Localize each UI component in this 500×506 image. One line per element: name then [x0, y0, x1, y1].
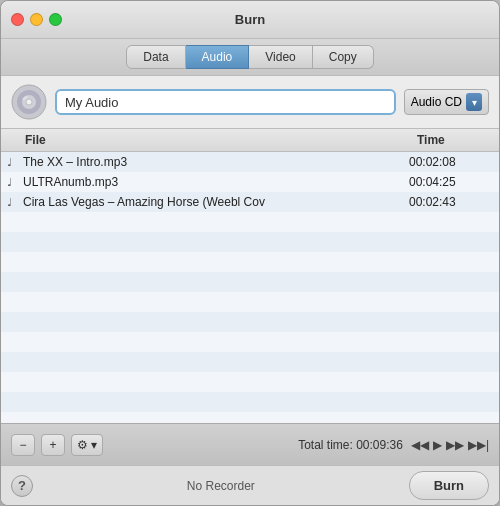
play-button[interactable]: ▶ [433, 438, 442, 452]
fast-forward-button[interactable]: ▶▶ [446, 438, 464, 452]
column-time: Time [409, 131, 499, 149]
disc-name-input[interactable] [55, 89, 396, 115]
svg-point-3 [26, 99, 32, 105]
transport-controls: ◀◀ ▶ ▶▶ ▶▶| [411, 438, 489, 452]
window-buttons [11, 13, 62, 26]
tab-copy[interactable]: Copy [313, 45, 374, 69]
table-row[interactable]: ♩ The XX – Intro.mp3 00:02:08 [1, 152, 499, 172]
empty-row [1, 272, 499, 292]
status-bar: ? No Recorder Burn [1, 465, 499, 505]
file-time: 00:02:43 [409, 195, 499, 209]
total-time-area: Total time: 00:09:36 ◀◀ ▶ ▶▶ ▶▶| [109, 438, 489, 452]
tab-video[interactable]: Video [249, 45, 312, 69]
tab-data[interactable]: Data [126, 45, 185, 69]
file-name: Cira Las Vegas – Amazing Horse (Weebl Co… [21, 195, 409, 209]
empty-row [1, 232, 499, 252]
add-button[interactable]: + [41, 434, 65, 456]
column-file: File [1, 131, 409, 149]
empty-row [1, 212, 499, 232]
music-icon: ♩ [1, 156, 21, 169]
file-list: ♩ The XX – Intro.mp3 00:02:08 ♩ ULTRAnum… [1, 152, 499, 423]
empty-row [1, 352, 499, 372]
empty-row [1, 252, 499, 272]
total-time-label: Total time: 00:09:36 [298, 438, 403, 452]
recorder-status: No Recorder [33, 479, 409, 493]
file-time: 00:02:08 [409, 155, 499, 169]
tab-audio[interactable]: Audio [186, 45, 250, 69]
cd-type-label: Audio CD [411, 95, 462, 109]
help-button[interactable]: ? [11, 475, 33, 497]
empty-row [1, 292, 499, 312]
music-icon: ♩ [1, 176, 21, 189]
table-row[interactable]: ♩ Cira Las Vegas – Amazing Horse (Weebl … [1, 192, 499, 212]
rewind-button[interactable]: ◀◀ [411, 438, 429, 452]
empty-row [1, 412, 499, 423]
close-button[interactable] [11, 13, 24, 26]
minimize-button[interactable] [30, 13, 43, 26]
file-name: The XX – Intro.mp3 [21, 155, 409, 169]
cd-type-arrow-icon: ▾ [466, 93, 482, 111]
empty-row [1, 312, 499, 332]
bottom-toolbar: − + ⚙ ▾ Total time: 00:09:36 ◀◀ ▶ ▶▶ ▶▶| [1, 423, 499, 465]
maximize-button[interactable] [49, 13, 62, 26]
settings-button[interactable]: ⚙ ▾ [71, 434, 103, 456]
burn-button[interactable]: Burn [409, 471, 489, 500]
main-window: Burn Data Audio Video Copy Audio CD ▾ Fi… [0, 0, 500, 506]
tab-bar: Data Audio Video Copy [1, 39, 499, 76]
disc-row: Audio CD ▾ [1, 76, 499, 128]
cd-type-select[interactable]: Audio CD ▾ [404, 89, 489, 115]
disc-icon [11, 84, 47, 120]
file-time: 00:04:25 [409, 175, 499, 189]
table-row[interactable]: ♩ ULTRAnumb.mp3 00:04:25 [1, 172, 499, 192]
title-bar: Burn [1, 1, 499, 39]
window-title: Burn [235, 12, 265, 27]
remove-button[interactable]: − [11, 434, 35, 456]
empty-row [1, 372, 499, 392]
list-header: File Time [1, 129, 499, 152]
file-name: ULTRAnumb.mp3 [21, 175, 409, 189]
empty-row [1, 332, 499, 352]
skip-end-button[interactable]: ▶▶| [468, 438, 489, 452]
file-list-container: File Time ♩ The XX – Intro.mp3 00:02:08 … [1, 128, 499, 423]
empty-row [1, 392, 499, 412]
music-icon: ♩ [1, 196, 21, 209]
